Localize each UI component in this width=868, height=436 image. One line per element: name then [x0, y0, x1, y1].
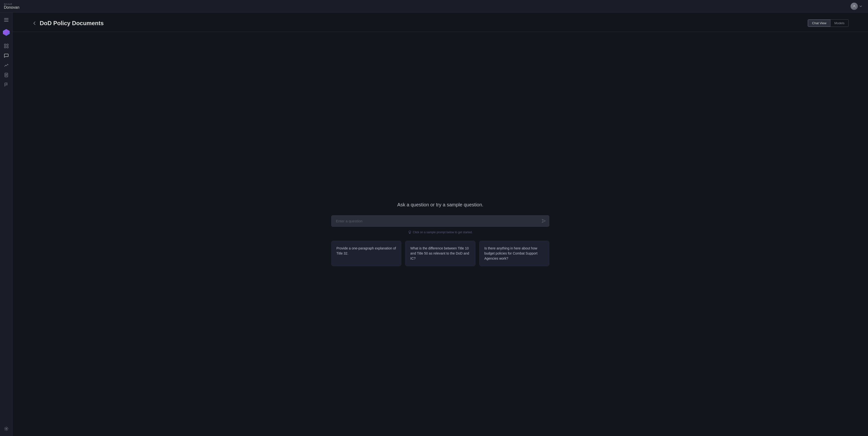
- svg-point-10: [6, 428, 7, 430]
- brand-name: Donovan: [4, 5, 20, 10]
- svg-rect-4: [4, 46, 6, 48]
- hint-text: Click on a sample prompt below to get st…: [413, 231, 473, 234]
- brand-small: scale: [4, 3, 20, 5]
- svg-rect-3: [7, 44, 8, 45]
- page-header-left: DoD Policy Documents: [32, 20, 104, 27]
- sample-prompt-3[interactable]: Is there anything in here about how budg…: [479, 241, 549, 266]
- page-header: DoD Policy Documents Chat View Models: [12, 12, 868, 32]
- logo-area: scale Donovan: [4, 3, 52, 10]
- sidebar-item-document[interactable]: [2, 71, 11, 79]
- svg-rect-11: [409, 233, 410, 233]
- sidebar-item-chart[interactable]: [2, 61, 11, 70]
- send-button[interactable]: [541, 219, 546, 223]
- question-input-wrapper: [331, 215, 549, 227]
- view-toggle: Chat View Models: [808, 19, 848, 27]
- sidebar: [0, 12, 12, 436]
- svg-rect-5: [7, 46, 8, 48]
- sidebar-item-grid[interactable]: [2, 42, 11, 50]
- back-button[interactable]: [32, 21, 37, 26]
- sample-prompt-1[interactable]: Provide a one-paragraph explanation of T…: [331, 241, 401, 266]
- sidebar-item-settings[interactable]: [2, 425, 11, 433]
- sample-prompt-2[interactable]: What is the difference between Title 10 …: [405, 241, 475, 266]
- models-button[interactable]: Models: [831, 20, 848, 27]
- svg-rect-2: [4, 44, 6, 45]
- topbar-right: [848, 2, 864, 11]
- menu-button[interactable]: [2, 15, 11, 24]
- chevron-down-icon: [859, 5, 862, 8]
- sidebar-logo: [2, 28, 11, 37]
- question-input[interactable]: [331, 215, 549, 227]
- sample-prompts: Provide a one-paragraph explanation of T…: [331, 241, 549, 266]
- main-content: DoD Policy Documents Chat View Models As…: [12, 12, 868, 436]
- brand: scale Donovan: [4, 3, 20, 10]
- avatar: [850, 3, 858, 10]
- chat-view-button[interactable]: Chat View: [808, 20, 831, 27]
- sidebar-nav: [2, 42, 11, 423]
- lightbulb-icon: [408, 231, 411, 234]
- page-title: DoD Policy Documents: [40, 20, 104, 27]
- svg-marker-1: [3, 29, 10, 36]
- topbar: scale Donovan: [0, 0, 868, 12]
- chat-prompt-text: Ask a question or try a sample question.: [397, 202, 484, 208]
- user-dropdown[interactable]: [848, 2, 864, 11]
- hint-area: Click on a sample prompt below to get st…: [408, 231, 473, 234]
- chat-area: Ask a question or try a sample question.…: [12, 32, 868, 436]
- sidebar-item-flag[interactable]: [2, 80, 11, 89]
- sidebar-bottom: [2, 425, 11, 433]
- sidebar-item-chat[interactable]: [2, 51, 11, 60]
